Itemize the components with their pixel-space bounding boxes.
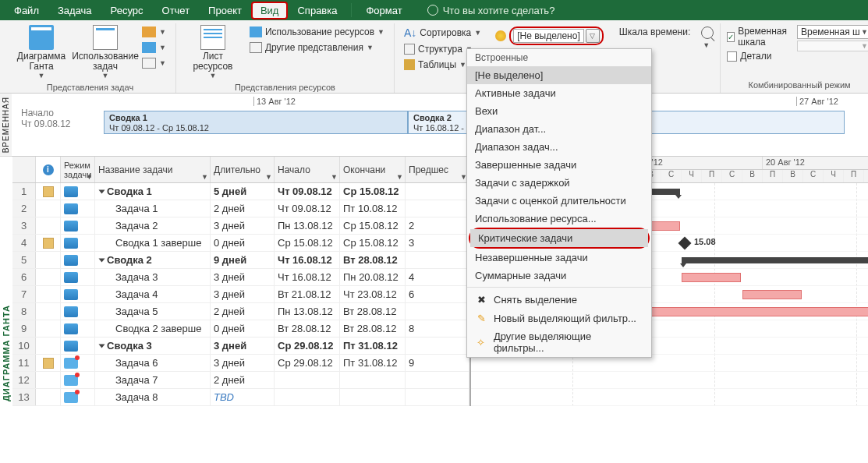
cell-start[interactable]: Чт 09.08.12 <box>275 200 340 217</box>
cell-info[interactable] <box>36 200 61 217</box>
cell-info[interactable] <box>36 338 61 354</box>
table-row[interactable]: 12Задача 72 дней <box>12 372 469 389</box>
task-bar[interactable] <box>742 290 802 299</box>
cell-pred[interactable]: 3 <box>406 235 469 251</box>
other-task-views-button[interactable]: ▼ <box>139 56 169 70</box>
cell-rownum[interactable]: 7 <box>12 286 36 302</box>
menu-report[interactable]: Отчет <box>153 2 200 19</box>
highlight-button[interactable]: [Не выделено] ▽ <box>492 25 607 47</box>
gantt-chart-button[interactable]: Диаграмма Ганта ▼ <box>11 23 72 81</box>
dd-item-milestones[interactable]: Вехи <box>467 102 651 120</box>
cell-start[interactable]: Пн 13.08.12 <box>275 217 340 234</box>
milestone[interactable] <box>678 237 692 250</box>
cell-duration[interactable]: 2 дней <box>211 200 275 217</box>
cell-name[interactable]: Задача 4 <box>95 286 211 302</box>
th-pred[interactable]: Предшес▼ <box>406 157 469 182</box>
th-start[interactable]: Начало▼ <box>275 157 340 182</box>
cell-mode[interactable] <box>61 200 95 217</box>
table-row[interactable]: 6Задача 33 днейЧт 16.08.12Пн 20.08.124 <box>12 269 469 286</box>
cell-pred[interactable] <box>406 372 469 388</box>
cell-end[interactable]: Пт 31.08.12 <box>340 338 406 354</box>
cell-info[interactable] <box>36 372 61 388</box>
cell-rownum[interactable]: 8 <box>12 303 36 320</box>
cell-pred[interactable]: 2 <box>406 217 469 234</box>
timeline-summary-1[interactable]: Сводка 1Чт 09.08.12 - Ср 15.08.12 <box>104 111 408 134</box>
cell-end[interactable] <box>340 372 406 388</box>
highlight-field[interactable]: [Не выделено] <box>513 29 584 43</box>
cell-rownum[interactable]: 12 <box>12 372 36 388</box>
details-checkbox-row[interactable]: Детали <box>727 50 789 62</box>
cell-name[interactable]: Задача 1 <box>95 200 211 217</box>
cell-pred[interactable] <box>406 338 469 354</box>
cell-info[interactable] <box>36 252 61 268</box>
timeline-combo[interactable]: Временная ш▼ <box>797 25 868 39</box>
dd-item-none[interactable]: [Не выделено] <box>467 66 651 84</box>
table-row[interactable]: 8Задача 52 днейПн 13.08.12Вт 28.08.12 <box>12 303 469 320</box>
highlight-dropdown[interactable]: ▽ <box>586 29 600 43</box>
table-row[interactable]: 11Задача 63 днейСр 29.08.12Пт 31.08.129 <box>12 355 469 372</box>
dd-new-filter[interactable]: ✎Новый выделяющий фильтр... <box>467 309 651 327</box>
cell-info[interactable] <box>36 286 61 302</box>
other-views-button[interactable]: Другие представления▼ <box>246 41 388 55</box>
cell-info[interactable] <box>36 235 61 251</box>
cell-duration[interactable]: 0 дней <box>211 235 275 251</box>
zoom-icon[interactable] <box>701 27 714 39</box>
cell-end[interactable]: Вт 28.08.12 <box>340 320 406 337</box>
cell-end[interactable]: Вт 28.08.12 <box>340 303 406 320</box>
cell-mode[interactable] <box>61 372 95 388</box>
table-row[interactable]: 7Задача 43 днейВт 21.08.12Чт 23.08.126 <box>12 286 469 303</box>
cell-name[interactable]: Задача 7 <box>95 372 211 388</box>
menu-project[interactable]: Проект <box>199 2 251 19</box>
menu-task[interactable]: Задача <box>48 2 101 19</box>
table-row[interactable]: 1Сводка 15 днейЧт 09.08.12Ср 15.08.12 <box>12 183 469 200</box>
th-end[interactable]: Окончани▼ <box>340 157 406 182</box>
cell-mode[interactable] <box>61 235 95 251</box>
task-usage-button[interactable]: Использование задач ▼ <box>75 23 136 81</box>
cell-mode[interactable] <box>61 355 95 371</box>
cell-duration[interactable]: 5 дней <box>211 183 275 200</box>
menu-view[interactable]: Вид <box>251 2 289 19</box>
th-rownum[interactable] <box>12 157 36 182</box>
cell-name[interactable]: Задача 8 <box>95 389 211 405</box>
cell-name[interactable]: Сводка 3 <box>95 338 211 354</box>
table-row[interactable]: 2Задача 12 днейЧт 09.08.12Пт 10.08.12 <box>12 200 469 217</box>
cell-rownum[interactable]: 5 <box>12 252 36 268</box>
cell-start[interactable]: Вт 21.08.12 <box>275 286 340 302</box>
dd-item-critical[interactable]: Критические задачи <box>470 229 648 247</box>
dd-item-daterange[interactable]: Диапазон дат... <box>467 120 651 138</box>
cell-end[interactable]: Пт 31.08.12 <box>340 355 406 371</box>
table-row[interactable]: 10Сводка 33 днейСр 29.08.12Пт 31.08.12 <box>12 338 469 355</box>
cell-end[interactable] <box>340 389 406 405</box>
cell-start[interactable]: Ср 29.08.12 <box>275 355 340 371</box>
cell-info[interactable] <box>36 183 61 200</box>
tell-me[interactable]: Что вы хотите сделать? <box>427 5 555 16</box>
cell-name[interactable]: Задача 5 <box>95 303 211 320</box>
cell-end[interactable]: Ср 15.08.12 <box>340 183 406 200</box>
cell-start[interactable]: Вт 28.08.12 <box>275 320 340 337</box>
network-diagram-button[interactable]: ▼ <box>139 25 169 39</box>
cell-end[interactable]: Ср 15.08.12 <box>340 217 406 234</box>
timeline-checkbox[interactable]: ✓ <box>727 32 735 42</box>
cell-info[interactable] <box>36 217 61 234</box>
cell-mode[interactable] <box>61 252 95 268</box>
cell-end[interactable]: Пн 20.08.12 <box>340 269 406 285</box>
cell-rownum[interactable]: 2 <box>12 200 36 217</box>
table-row[interactable]: 9Сводка 2 заверше0 днейВт 28.08.12Вт 28.… <box>12 320 469 338</box>
dd-item-active[interactable]: Активные задачи <box>467 84 651 102</box>
dd-item-taskrange[interactable]: Диапазон задач... <box>467 138 651 156</box>
cell-end[interactable]: Вт 28.08.12 <box>340 252 406 268</box>
cell-start[interactable] <box>275 372 340 388</box>
cell-pred[interactable]: 6 <box>406 286 469 302</box>
cell-pred[interactable]: 4 <box>406 269 469 285</box>
cell-start[interactable]: Чт 09.08.12 <box>275 183 340 200</box>
cell-name[interactable]: Задача 3 <box>95 269 211 285</box>
cell-duration[interactable]: TBD <box>211 389 275 405</box>
cell-duration[interactable]: 3 дней <box>211 286 275 302</box>
th-name[interactable]: Название задачи▼ <box>95 157 211 182</box>
timeline-body[interactable]: НачалоЧт 09.08.12 13 Авг '12 27 Авг '12 … <box>12 94 868 143</box>
cell-name[interactable]: Задача 2 <box>95 217 211 234</box>
cell-end[interactable]: Чт 23.08.12 <box>340 286 406 302</box>
cell-rownum[interactable]: 1 <box>12 183 36 200</box>
cell-duration[interactable]: 3 дней <box>211 217 275 234</box>
cell-mode[interactable] <box>61 217 95 234</box>
